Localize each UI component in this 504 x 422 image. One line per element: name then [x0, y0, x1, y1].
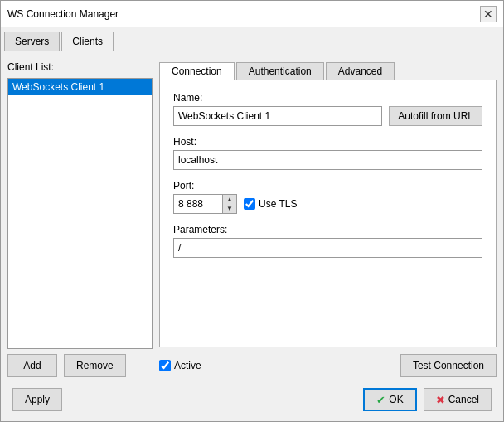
list-buttons: Add Remove: [7, 354, 153, 377]
port-spin-up[interactable]: ▲: [223, 195, 236, 204]
port-group: Port: ▲ ▼ Use TLS: [173, 180, 482, 214]
footer-right: ✔ OK ✖ Cancel: [363, 388, 492, 411]
parameters-group: Parameters:: [173, 224, 482, 258]
port-row: ▲ ▼ Use TLS: [173, 194, 482, 214]
test-connection-button[interactable]: Test Connection: [400, 354, 497, 377]
add-button[interactable]: Add: [7, 354, 57, 377]
close-button[interactable]: ✕: [480, 6, 497, 22]
active-label: Active: [174, 360, 201, 371]
tab-advanced[interactable]: Advanced: [326, 62, 395, 80]
ok-label: OK: [389, 394, 403, 405]
port-spinbox: ▲ ▼: [173, 194, 237, 214]
name-label: Name:: [173, 92, 482, 104]
port-label: Port:: [173, 180, 482, 192]
cancel-label: Cancel: [448, 394, 479, 405]
ok-button[interactable]: ✔ OK: [363, 388, 416, 411]
inner-tabs: Connection Authentication Advanced: [159, 61, 497, 80]
tab-connection[interactable]: Connection: [159, 62, 235, 80]
cancel-button[interactable]: ✖ Cancel: [424, 388, 492, 411]
window-body: Servers Clients Client List: WebSockets …: [1, 27, 503, 421]
tab-content-connection: Name: Autofill from URL Host: Port:: [159, 80, 497, 347]
port-spin-buttons: ▲ ▼: [223, 194, 237, 214]
port-input[interactable]: [173, 194, 223, 214]
use-tls-checkbox[interactable]: [244, 198, 255, 210]
remove-button[interactable]: Remove: [64, 354, 126, 377]
window-title: WS Connection Manager: [7, 8, 119, 20]
name-input[interactable]: [173, 106, 382, 126]
host-label: Host:: [173, 136, 482, 148]
window-footer: Apply ✔ OK ✖ Cancel: [4, 381, 500, 418]
cancel-x-icon: ✖: [436, 394, 445, 406]
active-wrap: Active: [159, 360, 201, 371]
ok-check-icon: ✔: [376, 394, 385, 406]
autofill-button[interactable]: Autofill from URL: [389, 106, 482, 126]
use-tls-label: Use TLS: [259, 198, 297, 210]
main-content: Client List: WebSockets Client 1 Add Rem…: [4, 58, 500, 381]
client-list-label: Client List:: [7, 61, 153, 73]
use-tls-wrap: Use TLS: [244, 198, 297, 210]
title-bar: WS Connection Manager ✕: [1, 1, 503, 27]
tab-servers[interactable]: Servers: [4, 32, 60, 51]
parameters-label: Parameters:: [173, 224, 482, 235]
right-bottom: Active Test Connection: [159, 347, 497, 377]
right-panel: Connection Authentication Advanced Name:…: [159, 61, 497, 377]
main-window: WS Connection Manager ✕ Servers Clients …: [0, 0, 504, 422]
top-tabs: Servers Clients: [4, 31, 500, 51]
tab-clients[interactable]: Clients: [61, 32, 114, 51]
active-checkbox[interactable]: [159, 360, 171, 371]
parameters-input[interactable]: [173, 238, 482, 258]
host-group: Host:: [173, 136, 482, 170]
port-spin-down[interactable]: ▼: [223, 204, 236, 213]
tab-authentication[interactable]: Authentication: [236, 62, 324, 80]
client-list-box[interactable]: WebSockets Client 1: [7, 78, 153, 349]
apply-button[interactable]: Apply: [12, 388, 62, 411]
host-input[interactable]: [173, 150, 482, 170]
left-panel: Client List: WebSockets Client 1 Add Rem…: [7, 61, 153, 377]
list-item[interactable]: WebSockets Client 1: [8, 79, 152, 95]
